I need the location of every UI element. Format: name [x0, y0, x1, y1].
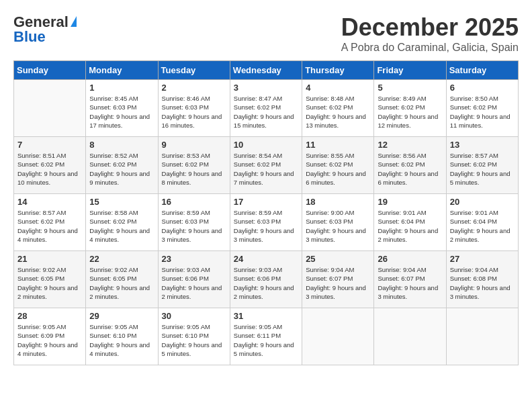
day-number: 13 — [450, 140, 515, 150]
day-number: 4 — [306, 83, 370, 93]
calendar-cell — [302, 308, 374, 365]
calendar-cell: 26Sunrise: 9:04 AMSunset: 6:07 PMDayligh… — [374, 251, 446, 308]
day-info: Sunrise: 8:52 AMSunset: 6:02 PMDaylight:… — [89, 151, 154, 187]
day-number: 15 — [89, 197, 154, 207]
calendar-cell: 13Sunrise: 8:57 AMSunset: 6:02 PMDayligh… — [446, 137, 518, 194]
day-info: Sunrise: 9:01 AMSunset: 6:04 PMDaylight:… — [378, 208, 442, 244]
calendar-cell: 9Sunrise: 8:53 AMSunset: 6:02 PMDaylight… — [158, 137, 230, 194]
calendar-cell — [14, 80, 86, 137]
calendar-cell: 29Sunrise: 9:05 AMSunset: 6:10 PMDayligh… — [86, 308, 158, 365]
calendar-cell: 1Sunrise: 8:45 AMSunset: 6:03 PMDaylight… — [86, 80, 158, 137]
title-section: December 2025 A Pobra do Caraminal, Gali… — [341, 13, 519, 54]
calendar-cell: 17Sunrise: 8:59 AMSunset: 6:03 PMDayligh… — [230, 194, 302, 251]
week-row-3: 14Sunrise: 8:57 AMSunset: 6:02 PMDayligh… — [14, 194, 519, 251]
day-number: 12 — [378, 140, 442, 150]
day-number: 16 — [162, 197, 226, 207]
day-info: Sunrise: 8:59 AMSunset: 6:03 PMDaylight:… — [162, 208, 226, 244]
logo-blue-text: Blue — [13, 28, 46, 46]
location-title: A Pobra do Caraminal, Galicia, Spain — [341, 42, 519, 54]
day-info: Sunrise: 9:04 AMSunset: 6:08 PMDaylight:… — [450, 265, 515, 301]
day-info: Sunrise: 9:03 AMSunset: 6:06 PMDaylight:… — [234, 265, 298, 301]
day-info: Sunrise: 8:45 AMSunset: 6:03 PMDaylight:… — [89, 94, 154, 130]
day-info: Sunrise: 8:47 AMSunset: 6:02 PMDaylight:… — [234, 94, 298, 130]
day-number: 26 — [378, 254, 442, 264]
day-number: 29 — [89, 311, 154, 321]
calendar-cell: 14Sunrise: 8:57 AMSunset: 6:02 PMDayligh… — [14, 194, 86, 251]
day-info: Sunrise: 9:04 AMSunset: 6:07 PMDaylight:… — [378, 265, 442, 301]
logo-triangle-icon — [71, 16, 77, 27]
calendar-cell: 10Sunrise: 8:54 AMSunset: 6:02 PMDayligh… — [230, 137, 302, 194]
day-info: Sunrise: 9:05 AMSunset: 6:10 PMDaylight:… — [162, 322, 226, 358]
day-info: Sunrise: 8:59 AMSunset: 6:03 PMDaylight:… — [234, 208, 298, 244]
day-info: Sunrise: 8:58 AMSunset: 6:02 PMDaylight:… — [89, 208, 154, 244]
day-number: 22 — [89, 254, 154, 264]
day-info: Sunrise: 8:55 AMSunset: 6:02 PMDaylight:… — [306, 151, 370, 187]
calendar-cell: 2Sunrise: 8:46 AMSunset: 6:03 PMDaylight… — [158, 80, 230, 137]
day-info: Sunrise: 8:49 AMSunset: 6:02 PMDaylight:… — [378, 94, 442, 130]
day-info: Sunrise: 9:05 AMSunset: 6:09 PMDaylight:… — [17, 322, 82, 358]
day-header-tuesday: Tuesday — [158, 61, 230, 80]
day-header-friday: Friday — [374, 61, 446, 80]
day-number: 10 — [234, 140, 298, 150]
day-header-wednesday: Wednesday — [230, 61, 302, 80]
calendar-cell: 31Sunrise: 9:05 AMSunset: 6:11 PMDayligh… — [230, 308, 302, 365]
day-number: 6 — [450, 83, 515, 93]
week-row-5: 28Sunrise: 9:05 AMSunset: 6:09 PMDayligh… — [14, 308, 519, 365]
day-info: Sunrise: 8:57 AMSunset: 6:02 PMDaylight:… — [450, 151, 515, 187]
day-number: 9 — [162, 140, 226, 150]
day-number: 11 — [306, 140, 370, 150]
day-number: 21 — [17, 254, 82, 264]
month-title: December 2025 — [341, 13, 519, 42]
day-info: Sunrise: 9:03 AMSunset: 6:06 PMDaylight:… — [162, 265, 226, 301]
day-number: 8 — [89, 140, 154, 150]
week-row-1: 1Sunrise: 8:45 AMSunset: 6:03 PMDaylight… — [14, 80, 519, 137]
calendar-cell — [374, 308, 446, 365]
day-info: Sunrise: 9:04 AMSunset: 6:07 PMDaylight:… — [306, 265, 370, 301]
day-info: Sunrise: 8:53 AMSunset: 6:02 PMDaylight:… — [162, 151, 226, 187]
logo: General Blue — [13, 13, 77, 46]
day-number: 5 — [378, 83, 442, 93]
day-number: 20 — [450, 197, 515, 207]
day-header-thursday: Thursday — [302, 61, 374, 80]
calendar-cell: 27Sunrise: 9:04 AMSunset: 6:08 PMDayligh… — [446, 251, 518, 308]
calendar-cell: 8Sunrise: 8:52 AMSunset: 6:02 PMDaylight… — [86, 137, 158, 194]
day-number: 31 — [234, 311, 298, 321]
calendar-cell: 24Sunrise: 9:03 AMSunset: 6:06 PMDayligh… — [230, 251, 302, 308]
calendar-cell: 22Sunrise: 9:02 AMSunset: 6:05 PMDayligh… — [86, 251, 158, 308]
page-header: General Blue December 2025 A Pobra do Ca… — [13, 13, 519, 54]
day-info: Sunrise: 8:57 AMSunset: 6:02 PMDaylight:… — [17, 208, 82, 244]
calendar-cell: 30Sunrise: 9:05 AMSunset: 6:10 PMDayligh… — [158, 308, 230, 365]
calendar-cell: 7Sunrise: 8:51 AMSunset: 6:02 PMDaylight… — [14, 137, 86, 194]
calendar-cell: 3Sunrise: 8:47 AMSunset: 6:02 PMDaylight… — [230, 80, 302, 137]
day-header-saturday: Saturday — [446, 61, 518, 80]
calendar-cell: 15Sunrise: 8:58 AMSunset: 6:02 PMDayligh… — [86, 194, 158, 251]
calendar-cell: 25Sunrise: 9:04 AMSunset: 6:07 PMDayligh… — [302, 251, 374, 308]
day-info: Sunrise: 9:05 AMSunset: 6:11 PMDaylight:… — [234, 322, 298, 358]
calendar-cell: 5Sunrise: 8:49 AMSunset: 6:02 PMDaylight… — [374, 80, 446, 137]
day-info: Sunrise: 9:05 AMSunset: 6:10 PMDaylight:… — [89, 322, 154, 358]
week-row-4: 21Sunrise: 9:02 AMSunset: 6:05 PMDayligh… — [14, 251, 519, 308]
calendar-cell: 19Sunrise: 9:01 AMSunset: 6:04 PMDayligh… — [374, 194, 446, 251]
day-info: Sunrise: 8:50 AMSunset: 6:02 PMDaylight:… — [450, 94, 515, 130]
calendar-cell: 28Sunrise: 9:05 AMSunset: 6:09 PMDayligh… — [14, 308, 86, 365]
day-header-sunday: Sunday — [14, 61, 86, 80]
day-number: 24 — [234, 254, 298, 264]
header-row: SundayMondayTuesdayWednesdayThursdayFrid… — [14, 61, 519, 80]
day-number: 14 — [17, 197, 82, 207]
day-number: 7 — [17, 140, 82, 150]
day-info: Sunrise: 9:00 AMSunset: 6:03 PMDaylight:… — [306, 208, 370, 244]
calendar-cell: 23Sunrise: 9:03 AMSunset: 6:06 PMDayligh… — [158, 251, 230, 308]
calendar-cell: 20Sunrise: 9:01 AMSunset: 6:04 PMDayligh… — [446, 194, 518, 251]
day-info: Sunrise: 8:51 AMSunset: 6:02 PMDaylight:… — [17, 151, 82, 187]
calendar-cell: 12Sunrise: 8:56 AMSunset: 6:02 PMDayligh… — [374, 137, 446, 194]
calendar-cell — [446, 308, 518, 365]
day-info: Sunrise: 8:46 AMSunset: 6:03 PMDaylight:… — [162, 94, 226, 130]
day-number: 3 — [234, 83, 298, 93]
day-info: Sunrise: 8:48 AMSunset: 6:02 PMDaylight:… — [306, 94, 370, 130]
day-info: Sunrise: 8:54 AMSunset: 6:02 PMDaylight:… — [234, 151, 298, 187]
day-header-monday: Monday — [86, 61, 158, 80]
day-number: 19 — [378, 197, 442, 207]
day-number: 27 — [450, 254, 515, 264]
calendar-cell: 21Sunrise: 9:02 AMSunset: 6:05 PMDayligh… — [14, 251, 86, 308]
day-number: 18 — [306, 197, 370, 207]
